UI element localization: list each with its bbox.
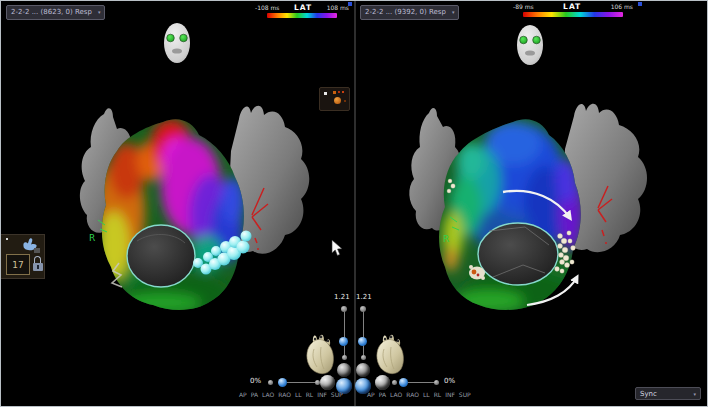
right-opacity-value: 0%	[444, 377, 455, 385]
sync-dropdown[interactable]: Sync ▾	[635, 387, 701, 400]
right-map-selector-label: 2-2-2 ... (9392, 0) Resp	[365, 7, 446, 18]
view-button-rl[interactable]: RL	[306, 391, 314, 398]
left-opacity-dot[interactable]	[268, 380, 273, 385]
view-button-rao[interactable]: RAO	[406, 391, 419, 398]
left-zoom-slider-bottom-dot[interactable]	[342, 355, 347, 360]
left-tool-panel: 17	[1, 234, 45, 279]
left-zoom-slider-top-dot[interactable]	[341, 306, 347, 312]
right-opacity-slider-track[interactable]	[408, 382, 435, 383]
right-view-preset-bar: AP PA LAO RAO LL RL INF SUP	[367, 391, 471, 398]
view-button-ap[interactable]: AP	[367, 391, 375, 398]
colorbar-min-label: -108 ms	[255, 4, 280, 11]
mapping-workspace: R	[0, 0, 708, 407]
left-gray-sphere-button[interactable]	[337, 363, 351, 377]
svg-text:R: R	[443, 234, 449, 244]
left-3d-map-viewport[interactable]: R	[80, 23, 334, 374]
colorbar-max-label: 106 ms	[611, 3, 633, 10]
svg-text:R: R	[89, 233, 95, 243]
colorbar-title: LAT	[563, 2, 581, 11]
left-opacity-slider-handle[interactable]	[278, 378, 287, 387]
colorbar-max-label: 108 ms	[327, 4, 349, 11]
left-zoom-slider-handle[interactable]	[339, 337, 348, 346]
view-button-ap[interactable]: AP	[239, 391, 247, 398]
chevron-down-icon: ▾	[693, 391, 696, 397]
sync-label: Sync	[640, 390, 657, 398]
right-map-selector-dropdown[interactable]: 2-2-2 ... (9392, 0) Resp ▾	[360, 5, 459, 20]
right-3d-map-viewport[interactable]: R	[377, 25, 647, 374]
view-button-sup[interactable]: SUP	[331, 391, 343, 398]
orange-dot-icon	[344, 100, 346, 102]
left-trackball-button[interactable]	[320, 375, 335, 390]
chevron-down-icon: ▾	[98, 7, 101, 18]
view-button-ll[interactable]: LL	[423, 391, 430, 398]
left-lat-colorbar: -108 ms LAT 108 ms	[255, 3, 349, 18]
red-dot-icon	[338, 91, 340, 93]
small-indicator	[34, 248, 40, 253]
chevron-down-icon: ▾	[452, 7, 455, 18]
right-zoom-slider-top-dot[interactable]	[360, 306, 366, 312]
right-map-valve-orifice	[478, 223, 558, 285]
view-button-rl[interactable]: RL	[434, 391, 442, 398]
right-opacity-slider-handle[interactable]	[399, 378, 408, 387]
left-view-preset-bar: AP PA LAO RAO LL RL INF SUP	[239, 391, 343, 398]
right-opacity-dot[interactable]	[392, 380, 397, 385]
view-button-ll[interactable]: LL	[295, 391, 302, 398]
viewport-divider	[354, 1, 356, 407]
view-button-lao[interactable]: LAO	[262, 391, 274, 398]
white-square-icon	[324, 92, 327, 95]
tool-counter-button[interactable]: 17	[6, 254, 30, 275]
map-mini-toolbar[interactable]	[319, 87, 350, 111]
view-button-rao[interactable]: RAO	[278, 391, 291, 398]
orange-sphere-icon	[334, 97, 341, 104]
view-button-lao[interactable]: LAO	[390, 391, 402, 398]
right-zoom-slider-handle[interactable]	[358, 337, 367, 346]
right-zoom-slider-track[interactable]	[363, 307, 364, 359]
left-opacity-value: 0%	[250, 377, 261, 385]
status-dot	[6, 238, 8, 240]
view-button-sup[interactable]: SUP	[459, 391, 471, 398]
view-button-pa[interactable]: PA	[251, 391, 258, 398]
heart-orientation-icon	[307, 335, 334, 374]
colorbar-min-label: -89 ms	[513, 3, 534, 10]
left-map-selector-dropdown[interactable]: 2-2-2 ... (8623, 0) Resp ▾	[6, 5, 105, 20]
view-button-inf[interactable]: INF	[445, 391, 455, 398]
left-zoom-slider-track[interactable]	[344, 307, 345, 359]
head-orientation-icon	[517, 25, 543, 65]
heart-orientation-icon	[377, 335, 404, 374]
right-panel-corner-button[interactable]	[638, 2, 642, 6]
right-zoom-slider-bottom-dot[interactable]	[361, 355, 366, 360]
lat-color-gradient	[523, 12, 623, 17]
head-orientation-icon	[164, 23, 190, 63]
lat-color-gradient	[267, 13, 337, 18]
view-button-pa[interactable]: PA	[379, 391, 386, 398]
right-opacity-end-dot[interactable]	[434, 380, 439, 385]
left-scale-value: 1.21	[334, 293, 350, 301]
colorbar-title: LAT	[294, 3, 312, 12]
left-opacity-slider-track[interactable]	[287, 382, 316, 383]
right-gray-sphere-button[interactable]	[356, 363, 370, 377]
lock-icon[interactable]	[32, 256, 43, 273]
view-button-inf[interactable]: INF	[317, 391, 327, 398]
left-map-selector-label: 2-2-2 ... (8623, 0) Resp	[11, 7, 92, 18]
red-dot-icon	[342, 91, 344, 93]
right-trackball-button[interactable]	[375, 375, 390, 390]
mouse-cursor	[332, 240, 342, 255]
right-lat-colorbar: -89 ms LAT 106 ms	[513, 2, 633, 17]
tool-counter-value: 17	[12, 260, 23, 270]
left-panel-corner-button[interactable]	[348, 2, 352, 6]
orange-dot-icon	[333, 91, 336, 94]
right-scale-value: 1.21	[356, 293, 372, 301]
